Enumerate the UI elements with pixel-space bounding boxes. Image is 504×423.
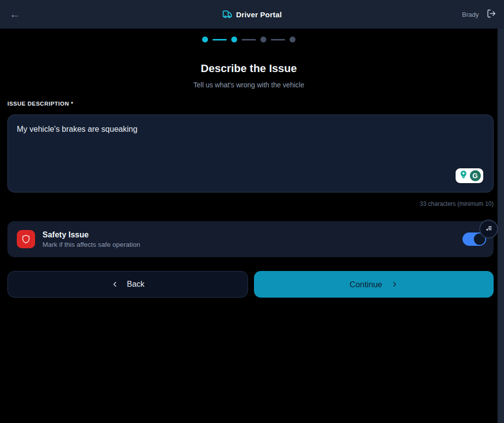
step-connector-2 (242, 39, 256, 40)
form-fill-icon (484, 224, 494, 235)
issue-description-label: ISSUE DESCRIPTION * (7, 101, 73, 107)
continue-button[interactable]: Continue (254, 271, 494, 298)
stepper (0, 37, 498, 42)
chevron-left-icon (111, 280, 119, 288)
continue-button-label: Continue (349, 280, 382, 289)
step-dot-2 (231, 37, 237, 42)
issue-description-input[interactable]: My vehicle's brakes are squeaking (7, 115, 494, 192)
brand: Driver Portal (0, 9, 504, 19)
shield-icon (17, 230, 35, 248)
step-dot-4 (290, 37, 295, 42)
page-title: Describe the Issue (0, 62, 498, 75)
scrollbar-track[interactable] (498, 29, 504, 423)
step-dot-1 (202, 37, 208, 42)
safety-text: Safety Issue Mark if this affects safe o… (42, 231, 140, 248)
chevron-right-icon (390, 280, 398, 288)
safety-title: Safety Issue (42, 231, 140, 239)
header: ← Driver Portal Brady (0, 0, 504, 29)
safety-subtitle: Mark if this affects safe operation (42, 241, 140, 248)
back-button-label: Back (127, 280, 145, 289)
back-arrow-button[interactable]: ← (7, 7, 23, 22)
logout-button[interactable] (487, 9, 496, 20)
back-button[interactable]: Back (7, 271, 248, 298)
step-connector-3 (271, 39, 285, 40)
lightbulb-plus-icon (459, 170, 468, 182)
grammarly-widget[interactable]: G (456, 168, 483, 183)
header-right: Brady (462, 0, 496, 29)
grammarly-g-icon: G (470, 170, 481, 181)
autofill-extension-button[interactable] (479, 220, 498, 238)
logout-icon (487, 9, 496, 20)
driver-portal-app: ← Driver Portal Brady (0, 0, 504, 423)
step-dot-3 (260, 37, 266, 42)
user-name: Brady (462, 11, 479, 18)
safety-issue-card: Safety Issue Mark if this affects safe o… (7, 221, 494, 257)
step-connector-1 (212, 39, 227, 40)
truck-icon (222, 9, 232, 19)
page-subtitle: Tell us what's wrong with the vehicle (0, 81, 498, 89)
char-counter: 33 characters (minimum 10) (7, 200, 494, 207)
arrow-left-icon: ← (10, 8, 20, 20)
app-title: Driver Portal (236, 10, 282, 19)
